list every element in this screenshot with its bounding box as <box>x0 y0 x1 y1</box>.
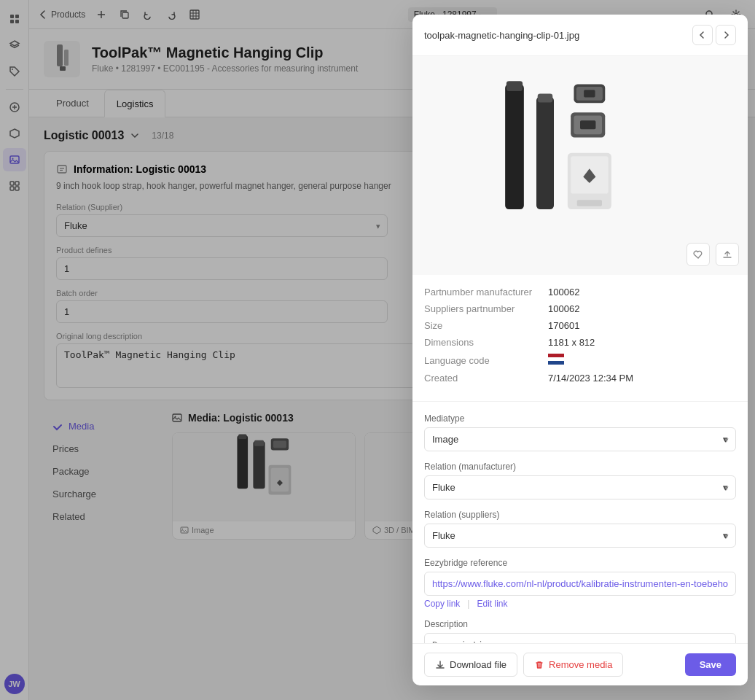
modal-next-button[interactable] <box>716 25 736 45</box>
relation-sup-label: Relation (suppliers) <box>424 510 736 520</box>
detail-row-dimensions: Dimensions 1181 x 812 <box>424 337 736 348</box>
download-icon <box>435 660 445 670</box>
detail-row-created: Created 7/14/2023 12:34 PM <box>424 373 736 384</box>
svg-rect-72 <box>548 361 564 365</box>
relation-manufacturer-group: Relation (manufacturer) Fluke ▾ <box>424 462 736 499</box>
trash-icon <box>534 660 544 670</box>
svg-rect-59 <box>536 97 554 209</box>
edit-link-button[interactable]: Edit link <box>477 599 507 609</box>
eezybridge-label: Eezybridge reference <box>424 558 736 568</box>
suppliers-pn-label: Suppliers partnumber <box>424 303 548 314</box>
detail-row-partnumber: Partnumber manufacturer 100062 <box>424 287 736 298</box>
mediatype-group: Mediatype Image ▾ <box>424 413 736 451</box>
modal-prev-button[interactable] <box>692 25 713 45</box>
eezybridge-input[interactable] <box>424 572 736 596</box>
relation-sup-select-wrapper: Fluke ▾ <box>424 524 736 548</box>
remove-media-button[interactable]: Remove media <box>523 653 623 677</box>
modal-nav-buttons <box>692 25 736 45</box>
modal-title: toolpak-magnetic-hanging-clip-01.jpg <box>424 30 579 41</box>
language-label: Language code <box>424 355 548 366</box>
svg-rect-71 <box>548 357 564 361</box>
modal-image-actions <box>686 243 739 266</box>
flag-nl <box>548 354 564 365</box>
suppliers-pn-value: 100062 <box>548 303 579 314</box>
partnumber-label: Partnumber manufacturer <box>424 287 548 298</box>
language-value <box>548 354 564 367</box>
save-button[interactable]: Save <box>685 653 736 676</box>
svg-rect-66 <box>580 120 595 129</box>
image-modal: toolpak-magnetic-hanging-clip-01.jpg <box>412 15 748 685</box>
modal-details: Partnumber manufacturer 100062 Suppliers… <box>412 275 748 402</box>
detail-row-suppliers-pn: Suppliers partnumber 100062 <box>424 303 736 314</box>
modal-form: Mediatype Image ▾ Relation (manufacturer… <box>412 402 748 643</box>
copy-link-button[interactable]: Copy link <box>424 599 460 609</box>
modal-footer: Download file Remove media Save <box>412 643 748 685</box>
save-label: Save <box>700 659 721 670</box>
size-value: 170601 <box>548 320 579 331</box>
description-group: Description <box>424 619 736 643</box>
created-label: Created <box>424 373 548 384</box>
size-label: Size <box>424 320 548 331</box>
relation-mfr-select-wrapper: Fluke ▾ <box>424 475 736 499</box>
download-label: Download file <box>450 659 506 670</box>
svg-rect-57 <box>505 85 524 209</box>
dimensions-label: Dimensions <box>424 337 548 348</box>
mediatype-select-wrapper: Image ▾ <box>424 427 736 451</box>
description-form-label: Description <box>424 619 736 629</box>
modal-product-image <box>485 78 675 253</box>
detail-row-size: Size 170601 <box>424 320 736 331</box>
created-value: 7/14/2023 12:34 PM <box>548 373 633 384</box>
description-textarea[interactable] <box>424 633 736 643</box>
partnumber-value: 100062 <box>548 287 579 298</box>
link-actions: Copy link | Edit link <box>424 599 736 609</box>
relation-suppliers-group: Relation (suppliers) Fluke ▾ <box>424 510 736 548</box>
modal-header: toolpak-magnetic-hanging-clip-01.jpg <box>412 15 748 56</box>
eezybridge-group: Eezybridge reference Copy link | Edit li… <box>424 558 736 609</box>
svg-rect-58 <box>506 81 523 91</box>
upload-button[interactable] <box>716 243 739 266</box>
svg-rect-63 <box>584 90 595 97</box>
remove-label: Remove media <box>549 659 612 670</box>
favorite-button[interactable] <box>686 243 710 266</box>
detail-row-language: Language code <box>424 354 736 367</box>
link-divider: | <box>467 599 469 609</box>
dimensions-value: 1181 x 812 <box>548 337 595 348</box>
mediatype-form-label: Mediatype <box>424 413 736 424</box>
relation-sup-select[interactable]: Fluke ▾ <box>424 524 736 548</box>
modal-image-area <box>412 56 748 275</box>
mediatype-select[interactable]: Image ▾ <box>424 427 736 451</box>
svg-rect-60 <box>538 93 553 102</box>
relation-mfr-label: Relation (manufacturer) <box>424 462 736 472</box>
relation-mfr-select[interactable]: Fluke ▾ <box>424 475 736 499</box>
download-button[interactable]: Download file <box>424 653 517 677</box>
svg-rect-70 <box>548 354 564 357</box>
svg-rect-69 <box>577 200 602 206</box>
